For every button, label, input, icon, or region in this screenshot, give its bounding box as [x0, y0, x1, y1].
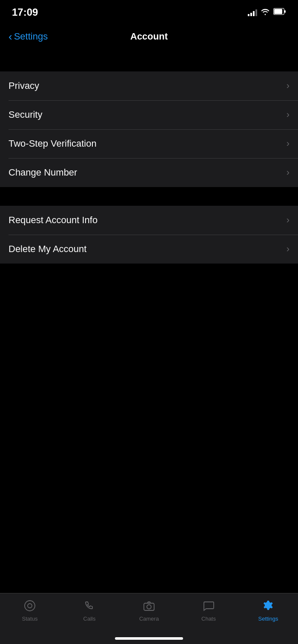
- svg-point-4: [28, 604, 32, 608]
- tab-calls[interactable]: Calls: [60, 599, 119, 622]
- svg-point-3: [25, 601, 35, 611]
- tab-label-status: Status: [22, 616, 38, 622]
- nav-bar: ‹ Settings Account: [0, 23, 298, 53]
- menu-section-2: Request Account Info › Delete My Account…: [0, 206, 298, 264]
- section-gap-2: [0, 187, 298, 206]
- menu-item-privacy[interactable]: Privacy ›: [0, 71, 298, 100]
- chevron-right-icon-two-step: ›: [287, 138, 289, 149]
- tab-label-camera: Camera: [139, 616, 159, 622]
- menu-item-security[interactable]: Security ›: [0, 100, 298, 129]
- menu-item-label-privacy: Privacy: [9, 80, 39, 91]
- chevron-right-icon-request-account-info: ›: [287, 215, 289, 226]
- page-title: Account: [130, 31, 168, 42]
- tab-label-calls: Calls: [83, 616, 96, 622]
- menu-item-two-step[interactable]: Two-Step Verification ›: [0, 129, 298, 158]
- section-gap-1: [0, 53, 298, 71]
- back-chevron-icon: ‹: [9, 30, 12, 43]
- back-button[interactable]: ‹ Settings: [9, 30, 48, 43]
- wifi-icon: [261, 8, 270, 17]
- svg-rect-1: [274, 9, 282, 14]
- menu-item-label-change-number: Change Number: [9, 167, 77, 178]
- tab-chats[interactable]: Chats: [179, 599, 238, 622]
- chevron-right-icon-security: ›: [287, 109, 289, 120]
- tab-label-settings: Settings: [258, 616, 278, 622]
- tab-label-chats: Chats: [201, 616, 216, 622]
- svg-rect-2: [284, 10, 286, 13]
- tab-camera[interactable]: Camera: [119, 599, 179, 622]
- menu-section-1: Privacy › Security › Two-Step Verificati…: [0, 71, 298, 187]
- menu-item-label-security: Security: [9, 109, 42, 120]
- status-tab-icon: [23, 599, 37, 613]
- chevron-right-icon-change-number: ›: [287, 167, 289, 178]
- chevron-right-icon-privacy: ›: [287, 80, 289, 91]
- settings-tab-icon: [261, 599, 275, 613]
- menu-item-delete-account[interactable]: Delete My Account ›: [0, 235, 298, 264]
- chats-tab-icon: [201, 599, 216, 613]
- svg-rect-5: [144, 603, 154, 610]
- camera-tab-icon: [142, 599, 156, 613]
- status-time: 17:09: [12, 6, 38, 18]
- battery-icon: [273, 8, 286, 17]
- signal-icon: [248, 9, 257, 16]
- menu-item-label-delete-account: Delete My Account: [9, 244, 86, 255]
- menu-item-change-number[interactable]: Change Number ›: [0, 158, 298, 187]
- status-icons: [248, 8, 286, 17]
- calls-tab-icon: [82, 599, 97, 613]
- svg-point-6: [147, 605, 151, 609]
- tab-status[interactable]: Status: [0, 599, 60, 622]
- tab-settings[interactable]: Settings: [238, 599, 298, 622]
- menu-item-label-request-account-info: Request Account Info: [9, 215, 97, 226]
- back-label: Settings: [14, 31, 48, 42]
- menu-item-label-two-step: Two-Step Verification: [9, 138, 97, 149]
- status-bar: 17:09: [0, 0, 298, 23]
- chevron-right-icon-delete-account: ›: [287, 244, 289, 255]
- home-indicator: [115, 637, 183, 640]
- menu-item-request-account-info[interactable]: Request Account Info ›: [0, 206, 298, 235]
- tab-bar: Status Calls Camera Chats: [0, 593, 298, 644]
